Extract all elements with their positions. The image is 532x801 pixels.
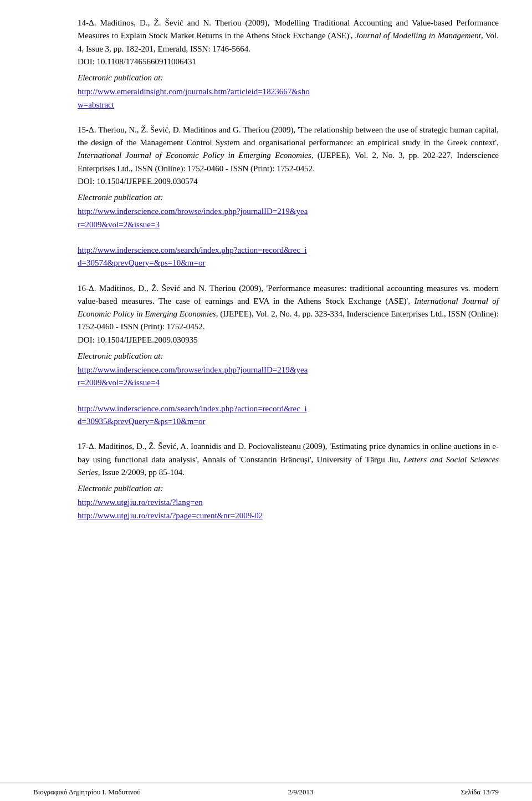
ref14-elec-label: Electronic publication at: [78, 72, 499, 84]
ref14-doi: DOI: 10.1108/17465660911006431 [78, 55, 499, 68]
ref14-journal-italic: Journal of Modelling in Management, [355, 31, 483, 40]
footer-center: 2/9/2013 [288, 788, 313, 797]
reference-16: 16-Δ. Maditinos, D., Ž. Šević and N. The… [78, 282, 499, 428]
ref16-doi: DOI: 10.1504/IJEPEE.2009.030935 [78, 334, 499, 346]
ref14-link1[interactable]: http://www.emeraldinsight.com/journals.h… [78, 87, 310, 109]
ref15-link2[interactable]: http://www.inderscience.com/search/index… [78, 246, 307, 267]
ref17-journal-rest: Issue 2/2009, pp 85-104. [100, 468, 185, 477]
ref16-link1[interactable]: http://www.inderscience.com/browse/index… [78, 365, 308, 387]
ref15-body: Theriou, N., Ž. Šević, D. Maditinos and … [78, 125, 499, 147]
ref15-text: 15-Δ. Theriou, N., Ž. Šević, D. Maditino… [78, 124, 499, 175]
ref14-number: 14-Δ. [78, 18, 96, 27]
ref16-link2[interactable]: http://www.inderscience.com/search/index… [78, 404, 307, 426]
ref15-link1[interactable]: http://www.inderscience.com/browse/index… [78, 207, 308, 228]
ref17-link1[interactable]: http://www.utgjiu.ro/revista/?lang=en [78, 498, 203, 507]
ref17-elec-label: Electronic publication at: [78, 482, 499, 495]
reference-17: 17-Δ. Maditinos, D., Ž. Šević, A. Ioanni… [78, 440, 499, 522]
ref15-number: 15-Δ. [78, 125, 96, 134]
reference-15: 15-Δ. Theriou, N., Ž. Šević, D. Maditino… [78, 124, 499, 270]
ref17-number: 17-Δ. [78, 442, 96, 451]
reference-14: 14-Δ. Maditinos, D., Ž. Šević and N. The… [78, 17, 499, 111]
ref15-elec-label: Electronic publication at: [78, 191, 499, 204]
ref16-text: 16-Δ. Maditinos, D., Ž. Šević and N. The… [78, 282, 499, 334]
content-area: 14-Δ. Maditinos, D., Ž. Šević and N. The… [0, 0, 532, 783]
ref17-link2[interactable]: http://www.utgjiu.ro/revista/?page=curen… [78, 511, 263, 520]
footer: Βιογραφικό Δημητρίου Ι. Μαδυτινού 2/9/20… [0, 783, 532, 801]
ref16-number: 16-Δ. [78, 284, 96, 293]
page: 14-Δ. Maditinos, D., Ž. Šević and N. The… [0, 0, 532, 801]
footer-right: Σελίδα 13/79 [461, 788, 499, 797]
ref15-journal-italic: International Journal of Economic Policy… [78, 151, 314, 160]
ref14-text: 14-Δ. Maditinos, D., Ž. Šević and N. The… [78, 17, 499, 55]
ref15-doi: DOI: 10.1504/IJEPEE.2009.030574 [78, 175, 499, 188]
ref16-elec-label: Electronic publication at: [78, 350, 499, 363]
ref17-text: 17-Δ. Maditinos, D., Ž. Šević, A. Ioanni… [78, 440, 499, 479]
footer-left: Βιογραφικό Δημητρίου Ι. Μαδυτινού [33, 788, 141, 797]
